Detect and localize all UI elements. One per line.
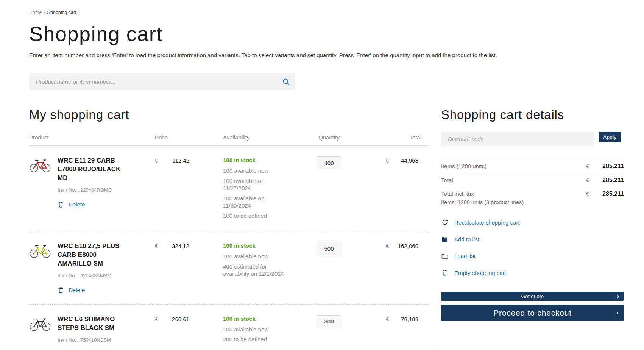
- price-value: 324,12: [172, 243, 189, 249]
- cart-details-panel: Shopping cart details Apply Items (1200 …: [441, 108, 624, 350]
- cart-row: WRC E10 27,5 PLUS CARB E8000 AMARILLO SM…: [29, 231, 429, 305]
- summary-total-tax-value: 285.211: [594, 191, 624, 197]
- add-to-list-button[interactable]: Add to list: [441, 236, 479, 242]
- breadcrumb-current: Shopping cart: [47, 10, 76, 15]
- summary-items-label: Items (1200 units): [441, 163, 586, 169]
- product-item-no: Item No.: .750410NESM: [58, 337, 153, 343]
- bike-image: [29, 315, 51, 332]
- trash-icon: [441, 269, 448, 276]
- cart-list-section: My shopping cart Product Price Availabil…: [29, 108, 429, 350]
- currency-symbol: €: [155, 316, 158, 322]
- trash-icon: [58, 201, 64, 208]
- details-title: Shopping cart details: [441, 108, 624, 122]
- delete-label: Delete: [69, 287, 85, 293]
- breadcrumb-home[interactable]: Home: [29, 10, 42, 15]
- currency-symbol: €: [586, 163, 594, 169]
- availability-line: 200 to be defined: [223, 336, 287, 343]
- quantity-input[interactable]: [317, 242, 341, 255]
- cart-row: WRC E11 29 CARB E7000 ROJO/BLACK MD Item…: [29, 146, 429, 231]
- col-availability: Availability: [191, 134, 301, 141]
- quantity-input[interactable]: [317, 156, 341, 169]
- instructions-text: Enter an item number and press 'Enter' t…: [29, 52, 644, 58]
- discount-section: Apply: [441, 132, 624, 146]
- bike-image: [29, 242, 51, 259]
- checkout-label: Proceed to checkout: [493, 308, 572, 317]
- trash-icon: [58, 287, 64, 294]
- price-value: 112,42: [172, 157, 189, 164]
- price-cell: € 324,12: [153, 242, 191, 249]
- breadcrumb: Home›Shopping cart: [29, 10, 644, 15]
- price-cell: € 260,61: [153, 315, 191, 322]
- col-total: Total: [357, 134, 429, 141]
- load-list-label: Load list: [454, 253, 476, 259]
- availability-line: 400 estimated for availability on 12/1/2…: [223, 263, 287, 278]
- empty-cart-label: Empty shopping cart: [454, 270, 506, 276]
- summary-total-label: Total: [441, 177, 586, 183]
- availability-line: 100 available on 11/30/2024: [223, 195, 287, 209]
- product-image: [29, 156, 56, 173]
- chevron-right-icon: ›: [616, 308, 619, 317]
- availability-line: 100 available now: [223, 326, 287, 333]
- summary-items-value: 285.211: [594, 163, 624, 170]
- availability-line: 100 to be defined: [223, 212, 287, 220]
- col-price: Price: [153, 134, 191, 141]
- summary-items-row: Items (1200 units) € 285.211: [441, 159, 624, 173]
- availability-cell: 100 in stock 100 available now 400 estim…: [191, 242, 301, 280]
- product-item-no: Item No.: .920403AMSM: [58, 273, 153, 278]
- delete-button[interactable]: Delete: [58, 287, 85, 294]
- totals-summary: Items (1200 units) € 285.211 Total € 285…: [441, 159, 624, 209]
- availability-line: 100 available on 11/27/2024: [223, 177, 287, 192]
- search-input[interactable]: [29, 78, 277, 85]
- cart-actions: Recalculate shopping cart Add to list: [441, 219, 624, 276]
- breadcrumb-separator: ›: [44, 10, 45, 15]
- bike-image: [29, 156, 51, 173]
- col-product: Product: [29, 134, 153, 141]
- delete-button[interactable]: Delete: [58, 201, 85, 208]
- currency-symbol: €: [586, 177, 594, 183]
- product-name[interactable]: WRC E6 SHIMANO STEPS BLACK SM: [58, 315, 126, 333]
- price-cell: € 112,42: [153, 156, 191, 164]
- currency-symbol: €: [386, 316, 389, 322]
- folder-icon: [441, 253, 448, 259]
- product-name[interactable]: WRC E11 29 CARB E7000 ROJO/BLACK MD: [58, 156, 126, 183]
- cart-table-header: Product Price Availability Quantity Tota…: [29, 134, 429, 146]
- get-quote-button[interactable]: Get quote ›: [441, 292, 624, 301]
- page-title: Shopping cart: [29, 22, 644, 45]
- delete-label: Delete: [69, 201, 85, 208]
- stock-status: 100 in stock: [223, 242, 301, 249]
- total-value: 44,968: [401, 157, 418, 164]
- quantity-input[interactable]: [317, 315, 341, 328]
- panel-divider: [433, 108, 433, 350]
- summary-total-row: Total € 285.211: [441, 173, 624, 187]
- discount-code-input[interactable]: [441, 132, 594, 146]
- col-quantity: Quantity: [301, 134, 357, 141]
- stock-status: 100 in stock: [223, 157, 301, 163]
- currency-symbol: €: [386, 157, 389, 164]
- summary-total-tax-row: Total incl. tax € 285.211: [441, 187, 624, 201]
- availability-line: 100 available now: [223, 253, 287, 260]
- summary-items-note: Items: 1200 units (3 product lines): [441, 199, 624, 209]
- recalculate-cart-label: Recalculate shopping cart: [454, 219, 520, 226]
- search-button[interactable]: [277, 73, 295, 90]
- shopping-cart-page: Home›Shopping cart Shopping cart Enter a…: [0, 0, 644, 350]
- availability-line: 100 available now: [223, 167, 287, 175]
- save-icon: [441, 236, 448, 242]
- recalculate-cart-button[interactable]: Recalculate shopping cart: [441, 219, 520, 226]
- total-cell: € 78,183: [357, 315, 429, 322]
- availability-cell: 100 in stock 100 available now 200 to be…: [191, 315, 301, 346]
- stock-status: 100 in stock: [223, 316, 301, 322]
- currency-symbol: €: [586, 191, 594, 197]
- total-value: 78,183: [401, 316, 418, 322]
- search-icon: [282, 78, 290, 86]
- availability-cell: 100 in stock 100 available now 100 avail…: [191, 156, 301, 222]
- proceed-to-checkout-button[interactable]: Proceed to checkout ›: [441, 305, 624, 321]
- product-name[interactable]: WRC E10 27,5 PLUS CARB E8000 AMARILLO SM: [58, 242, 126, 268]
- apply-discount-button[interactable]: Apply: [599, 132, 621, 142]
- product-image: [29, 315, 56, 332]
- currency-symbol: €: [386, 243, 389, 249]
- product-image: [29, 242, 56, 259]
- total-value: 162,060: [398, 243, 418, 249]
- empty-cart-button[interactable]: Empty shopping cart: [441, 269, 506, 276]
- product-item-no: Item No.: .920404ROMD: [58, 187, 153, 193]
- load-list-button[interactable]: Load list: [441, 253, 476, 259]
